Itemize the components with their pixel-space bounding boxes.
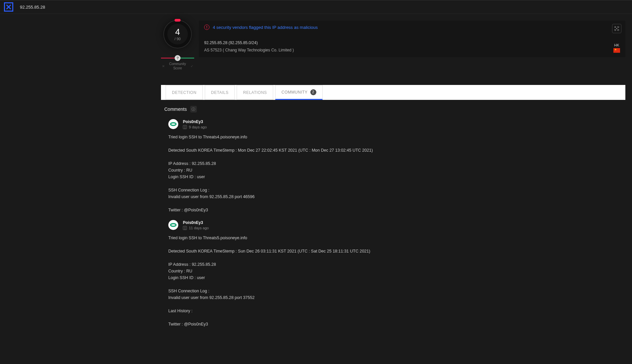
banner-as-line: AS 57523 ( Chang Way Technologies Co. Li… [204,48,620,52]
svg-rect-0 [614,26,616,28]
tab-details[interactable]: DETAILS [205,85,235,100]
country-code: HK [614,43,619,47]
comment-body: Tried login SSH to Threats4.poisoneye.in… [168,134,625,213]
note-icon [183,125,187,129]
graph-icon [614,26,619,31]
expand-graph-button[interactable] [612,24,621,33]
slider-knob[interactable]: ? [175,55,181,61]
tab-detection[interactable]: DETECTION [166,85,203,100]
country-flag-icon [613,48,620,53]
note-icon [183,226,187,230]
comments-section-header: Comments ⓘ [161,106,625,112]
svg-rect-3 [618,30,619,31]
avatar[interactable] [168,220,178,230]
main-content: 4 / 90 ? ✕ CommunityScore ✓ [0,14,632,328]
comment-author[interactable]: Pois0nEy3 [183,119,207,124]
community-score-label: CommunityScore [169,62,186,70]
comments-info-button[interactable]: ⓘ [190,106,197,112]
summary-banner: ! 4 security vendors flagged this IP add… [199,21,625,57]
comment-timestamp: 9 days ago [189,125,207,129]
tab-bar: DETECTION DETAILS RELATIONS COMMUNITY 2 [161,85,625,100]
svg-rect-2 [614,30,616,31]
gauge-arc-icon [175,19,181,22]
app-logo[interactable] [4,2,13,12]
tab-community[interactable]: COMMUNITY 2 [275,85,323,100]
vote-down-icon[interactable]: ✕ [162,64,165,68]
comment-author[interactable]: Pois0nEy3 [183,220,209,225]
comment-body: Tried login SSH to Threats5.poisoneye.in… [168,235,625,328]
community-score-slider: ? ✕ CommunityScore ✓ [161,58,194,70]
tab-community-label: COMMUNITY [281,90,308,95]
score-column: 4 / 90 ? ✕ CommunityScore ✓ [161,20,194,70]
avatar[interactable] [168,119,178,129]
svg-point-4 [616,28,617,29]
page-title: 92.255.85.28 [20,5,45,10]
vote-up-icon[interactable]: ✓ [191,64,193,68]
score-gauge: 4 / 90 [163,20,192,48]
score-value: 4 [175,28,180,36]
svg-rect-1 [618,26,619,28]
banner-title: 4 security vendors flagged this IP addre… [213,25,318,30]
comment-item: Pois0nEy3 11 days ago Tried login SSH to… [161,220,625,328]
topbar: 92.255.85.28 [0,0,632,14]
tab-relations[interactable]: RELATIONS [237,85,273,100]
comment-item: Pois0nEy3 9 days ago Tried login SSH to … [161,119,625,213]
country-badge: HK [613,43,620,53]
banner-ip-line: 92.255.85.28 (92.255.85.0/24) [204,40,620,45]
community-count-badge: 2 [310,89,316,95]
comment-timestamp: 11 days ago [189,226,209,230]
summary-header: 4 / 90 ? ✕ CommunityScore ✓ [161,20,625,70]
comments-title: Comments [164,107,187,112]
score-denominator: / 90 [175,37,181,41]
alert-icon: ! [204,25,209,30]
